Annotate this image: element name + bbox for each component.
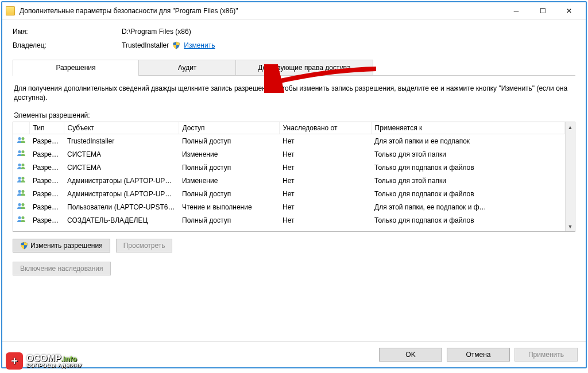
cell-applies: Только для этой папки: [371, 174, 565, 187]
tabs: Разрешения Аудит Действующие права досту…: [13, 60, 575, 76]
group-icon: [17, 176, 26, 184]
cell-access: Полный доступ: [179, 161, 279, 174]
tab-effective-access[interactable]: Действующие права доступа: [235, 60, 373, 75]
col-type[interactable]: Тип: [29, 122, 64, 134]
cell-type: Разре…: [29, 147, 64, 161]
cell-access: Полный доступ: [179, 213, 279, 227]
permissions-section-title: Элементы разрешений:: [14, 111, 574, 119]
name-value: D:\Program Files (x86): [122, 28, 191, 36]
cell-access: Изменение: [179, 147, 279, 161]
table-row[interactable]: Разре…TrustedInstallerПолный доступНетДл…: [13, 134, 565, 148]
change-permissions-label: Изменить разрешения: [30, 242, 103, 250]
change-owner-link[interactable]: Изменить: [184, 41, 215, 49]
cell-access: Полный доступ: [179, 187, 279, 200]
group-icon: [17, 189, 26, 197]
change-permissions-button[interactable]: Изменить разрешения: [13, 239, 110, 252]
table-row[interactable]: Разре…СИСТЕМАПолный доступНетТолько для …: [13, 161, 565, 174]
apply-button[interactable]: Применить: [514, 348, 578, 362]
security-dialog: Дополнительные параметры безопасности дл…: [1, 1, 587, 368]
cell-subject: Пользователи (LAPTOP-UPST6B9…: [64, 200, 179, 213]
group-icon: [17, 149, 26, 157]
cell-subject: СИСТЕМА: [64, 161, 179, 174]
owner-label: Владелец:: [13, 41, 122, 49]
shield-icon: [20, 242, 28, 250]
close-button[interactable]: ✕: [556, 2, 582, 20]
table-row[interactable]: Разре…Администраторы (LAPTOP-UPST6…Измен…: [13, 174, 565, 187]
cell-inherited: Нет: [279, 200, 371, 213]
table-row[interactable]: Разре…Пользователи (LAPTOP-UPST6B9…Чтени…: [13, 200, 565, 213]
instructions-text: Для получения дополнительных сведений дв…: [14, 84, 574, 102]
dialog-footer: OK Отмена Применить: [2, 341, 586, 367]
group-icon: [17, 202, 26, 210]
cell-inherited: Нет: [279, 134, 371, 148]
scroll-down-button[interactable]: ▼: [566, 222, 575, 231]
cell-type: Разре…: [29, 213, 64, 227]
table-scrollbar[interactable]: ▲ ▼: [565, 122, 575, 231]
tab-audit[interactable]: Аудит: [138, 60, 236, 75]
cell-applies: Для этой папки, ее подпапок и ф…: [371, 200, 565, 213]
owner-value: TrustedInstaller: [122, 41, 169, 49]
cell-subject: СИСТЕМА: [64, 147, 179, 161]
col-inherited[interactable]: Унаследовано от: [279, 122, 371, 134]
shield-icon: [172, 41, 180, 49]
cell-inherited: Нет: [279, 187, 371, 200]
cell-inherited: Нет: [279, 174, 371, 187]
col-subject[interactable]: Субъект: [64, 122, 179, 134]
cell-access: Изменение: [179, 174, 279, 187]
titlebar: Дополнительные параметры безопасности дл…: [2, 2, 586, 20]
group-icon: [17, 162, 26, 170]
table-row[interactable]: Разре…СОЗДАТЕЛЬ-ВЛАДЕЛЕЦПолный доступНет…: [13, 213, 565, 227]
cell-type: Разре…: [29, 161, 64, 174]
cell-subject: Администраторы (LAPTOP-UPST6…: [64, 187, 179, 200]
cell-subject: СОЗДАТЕЛЬ-ВЛАДЕЛЕЦ: [64, 213, 179, 227]
cell-applies: Только для подпапок и файлов: [371, 187, 565, 200]
owner-row: Владелец: TrustedInstaller Изменить: [13, 41, 575, 49]
name-row: Имя: D:\Program Files (x86): [13, 28, 575, 36]
cell-inherited: Нет: [279, 213, 371, 227]
cell-applies: Для этой папки и ее подпапок: [371, 134, 565, 148]
cell-type: Разре…: [29, 134, 64, 148]
cell-access: Полный доступ: [179, 134, 279, 148]
col-applies[interactable]: Применяется к: [371, 122, 565, 134]
cell-type: Разре…: [29, 187, 64, 200]
ok-button[interactable]: OK: [379, 348, 442, 362]
cell-access: Чтение и выполнение: [179, 200, 279, 213]
minimize-button[interactable]: ─: [503, 2, 529, 20]
cell-applies: Только для подпапок и файлов: [371, 213, 565, 227]
cell-type: Разре…: [29, 174, 64, 187]
group-icon: [17, 215, 26, 223]
cell-inherited: Нет: [279, 161, 371, 174]
scroll-up-button[interactable]: ▲: [566, 122, 575, 132]
folder-icon: [6, 6, 15, 15]
table-row[interactable]: Разре…Администраторы (LAPTOP-UPST6…Полны…: [13, 187, 565, 200]
maximize-button[interactable]: ☐: [529, 2, 556, 20]
cell-subject: TrustedInstaller: [64, 134, 179, 148]
group-icon: [17, 136, 26, 144]
cell-inherited: Нет: [279, 147, 371, 161]
col-access[interactable]: Доступ: [179, 122, 279, 134]
table-row[interactable]: Разре…СИСТЕМАИзменениеНетТолько для этой…: [13, 147, 565, 161]
cell-subject: Администраторы (LAPTOP-UPST6…: [64, 174, 179, 187]
name-label: Имя:: [13, 28, 122, 36]
cell-applies: Только для подпапок и файлов: [371, 161, 565, 174]
cell-applies: Только для этой папки: [371, 147, 565, 161]
permissions-table[interactable]: Тип Субъект Доступ Унаследовано от Приме…: [13, 122, 575, 232]
enable-inheritance-button[interactable]: Включение наследования: [13, 262, 111, 275]
cell-type: Разре…: [29, 200, 64, 213]
window-title: Дополнительные параметры безопасности дл…: [20, 7, 503, 15]
dialog-body: Имя: D:\Program Files (x86) Владелец: Tr…: [2, 20, 586, 341]
view-button[interactable]: Просмотреть: [116, 239, 173, 252]
tab-permissions[interactable]: Разрешения: [13, 60, 139, 75]
cancel-button[interactable]: Отмена: [447, 348, 510, 362]
